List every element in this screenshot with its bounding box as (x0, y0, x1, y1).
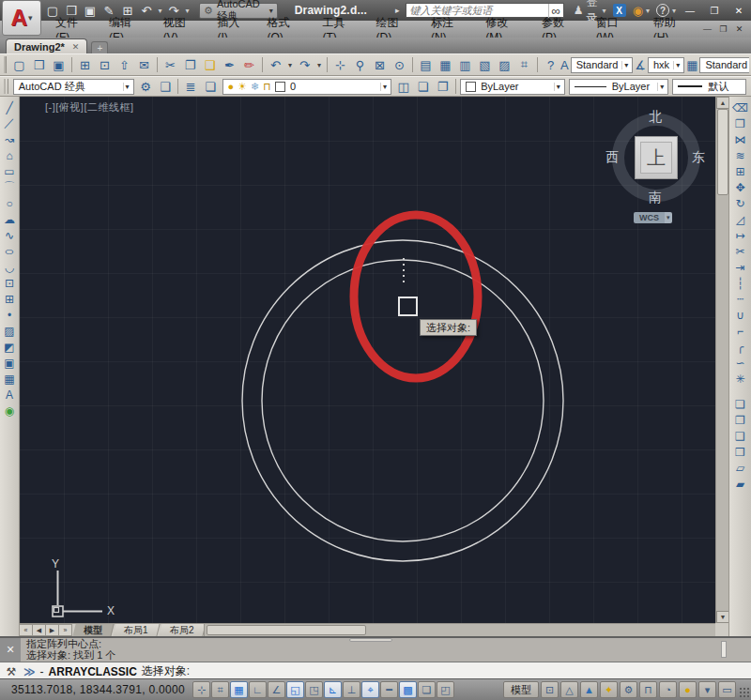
lineweight-select[interactable]: 默认 (672, 79, 746, 95)
viewcube[interactable]: 北 南 西 东 上 (609, 111, 703, 205)
status-flyout-caret-icon[interactable]: ▾ (698, 681, 716, 698)
object-snap-toggle[interactable]: ◱ (286, 681, 304, 698)
file-tab-drawing2[interactable]: Drawing2* ✕ (6, 38, 87, 53)
table-style-select[interactable]: Standard (699, 57, 749, 73)
toolbar-grip[interactable] (4, 79, 8, 94)
table-icon[interactable]: ▦ (1, 371, 18, 387)
auto-annotation-icon[interactable]: ✦ (600, 681, 618, 698)
close-icon[interactable]: ✕ (72, 42, 80, 52)
stretch-icon[interactable]: ↦ (732, 227, 749, 243)
zoom-previous-icon[interactable]: ⊙ (390, 55, 409, 74)
plot-preview-icon[interactable]: ⊡ (95, 55, 115, 74)
layer-properties-icon[interactable]: ≣ (181, 77, 201, 96)
match-properties-icon[interactable]: ✒ (220, 55, 239, 74)
polar-tracking-toggle[interactable]: ∠ (268, 681, 285, 698)
new-tab-button[interactable]: + (91, 41, 108, 53)
point-icon[interactable]: • (1, 307, 18, 323)
layer-thaw-sun-icon[interactable]: ☀ (238, 81, 247, 93)
toolbar-overflow-icon[interactable]: ▸ (395, 6, 400, 15)
separator[interactable] (534, 55, 541, 74)
spline-icon[interactable]: ∿ (1, 227, 18, 243)
hatch-icon[interactable]: ▨ (1, 323, 18, 339)
prev-tab-button[interactable]: ◀ (33, 624, 46, 636)
last-tab-button[interactable]: » (59, 624, 72, 636)
region-icon[interactable]: ▣ (1, 355, 18, 371)
text-style-icon[interactable]: A (560, 55, 569, 74)
sheet-set-manager-icon[interactable]: ▧ (475, 55, 495, 74)
object-snap-tracking-toggle[interactable]: ⊾ (324, 681, 342, 698)
undo-icon[interactable]: ↶ (266, 55, 285, 74)
designcenter-icon[interactable]: ▦ (436, 55, 455, 74)
scroll-up-arrow[interactable]: ▲ (716, 97, 729, 109)
quick-view-layouts-icon[interactable]: ⊡ (541, 681, 559, 698)
command-drag-handle[interactable] (349, 638, 392, 642)
vertical-scroll-thumb[interactable] (717, 109, 728, 195)
history-scroll-thumb[interactable] (721, 641, 727, 658)
lineweight-toggle[interactable]: ━ (380, 681, 398, 698)
horizontal-scrollbar[interactable] (204, 624, 715, 636)
bring-above-icon[interactable]: ❑ (732, 428, 749, 444)
text-style-select[interactable]: Standard ▾ (571, 57, 634, 73)
explode-icon[interactable]: ✳ (732, 371, 749, 387)
plot-icon[interactable]: ⊞ (75, 55, 95, 74)
move-icon[interactable]: ✥ (732, 179, 749, 195)
command-input-line[interactable]: ⚒ ≫ - ARRAYCLASSIC 选择对象: (0, 662, 751, 680)
make-block-icon[interactable]: ⊞ (1, 291, 18, 307)
help-caret-icon[interactable]: ▾ (672, 7, 676, 15)
model-space-button[interactable]: 模型 (503, 681, 539, 698)
join-icon[interactable]: ∪ (732, 307, 749, 323)
properties-icon[interactable]: ▤ (416, 55, 436, 74)
doc-close-button[interactable]: ✕ (731, 23, 747, 36)
coordinates-readout[interactable]: 35113.7018, 18344.3791, 0.0000 (0, 683, 192, 696)
polygon-icon[interactable]: ⌂ (1, 147, 18, 163)
open-icon[interactable]: ❒ (29, 55, 49, 74)
infer-constraints-toggle[interactable]: ⊹ (192, 681, 210, 698)
trim-icon[interactable]: ✂ (732, 243, 749, 259)
close-button[interactable]: ✕ (727, 2, 751, 19)
clean-screen-icon[interactable]: ▭ (718, 681, 736, 698)
layer-match-icon[interactable]: ❐ (433, 77, 452, 96)
application-menu-button[interactable]: A ▾ (2, 0, 41, 36)
zoom-realtime-icon[interactable]: ⚲ (350, 55, 370, 74)
layer-select[interactable]: ●☀❄⊓ 0 ▾ (222, 79, 392, 95)
publish-icon[interactable]: ⇧ (115, 55, 134, 74)
markup-manager-icon[interactable]: ▨ (495, 55, 514, 74)
paste-icon[interactable]: ❑ (200, 55, 220, 74)
block-editor-icon[interactable]: ✏ (239, 55, 259, 74)
make-object-layer-current-icon[interactable]: ◫ (393, 77, 413, 96)
viewcube-east[interactable]: 东 (692, 149, 705, 166)
circle-icon[interactable]: ○ (1, 195, 18, 211)
save-icon[interactable]: ▣ (49, 55, 69, 74)
layer-states-icon[interactable]: ❏ (201, 77, 221, 96)
isolate-objects-icon[interactable]: ● (679, 681, 697, 698)
layer-previous-icon[interactable]: ❏ (413, 77, 433, 96)
drawing-canvas[interactable]: [-][俯视][二维线框] Y X 选择对象: 北 南 西 (20, 97, 715, 623)
revision-cloud-icon[interactable]: ☁ (1, 211, 18, 227)
line-icon[interactable]: ╱ (1, 99, 18, 115)
construction-line-icon[interactable]: ／ (1, 115, 18, 131)
send-under-icon[interactable]: ❒ (732, 444, 749, 460)
separator[interactable] (154, 55, 161, 74)
bring-to-front-icon[interactable]: ❏ (732, 396, 749, 412)
annotation-visibility-icon[interactable]: ▲ (580, 681, 598, 698)
separator[interactable] (409, 55, 416, 74)
mirror-icon[interactable]: ⋈ (732, 131, 749, 147)
workspace-switching-icon[interactable]: ⚙ (620, 681, 637, 698)
arc-icon[interactable]: ⌒ (1, 179, 18, 195)
send-to-back-icon[interactable]: ❐ (732, 412, 749, 428)
model-tab[interactable]: 模型 (72, 624, 114, 636)
hardware-acceleration-icon[interactable]: ◔ (659, 681, 677, 698)
first-tab-button[interactable]: « (20, 624, 33, 636)
tool-palettes-icon[interactable]: ▥ (455, 55, 475, 74)
dynamic-input-toggle[interactable]: ⌖ (361, 681, 379, 698)
quick-properties-toggle[interactable]: ❏ (418, 681, 436, 698)
export-dwf-icon[interactable]: ✉ (134, 55, 154, 74)
close-icon[interactable]: ✕ (6, 644, 14, 656)
blend-curves-icon[interactable]: ∽ (732, 355, 749, 371)
layer-on-bulb-icon[interactable]: ● (228, 81, 235, 92)
selection-cycling-toggle[interactable]: ◰ (437, 681, 454, 698)
add-selected-icon[interactable]: ◉ (1, 403, 18, 418)
array-icon[interactable]: ⊞ (732, 163, 749, 179)
maximize-button[interactable]: ❐ (702, 2, 727, 19)
copy-icon[interactable]: ❐ (732, 115, 749, 131)
